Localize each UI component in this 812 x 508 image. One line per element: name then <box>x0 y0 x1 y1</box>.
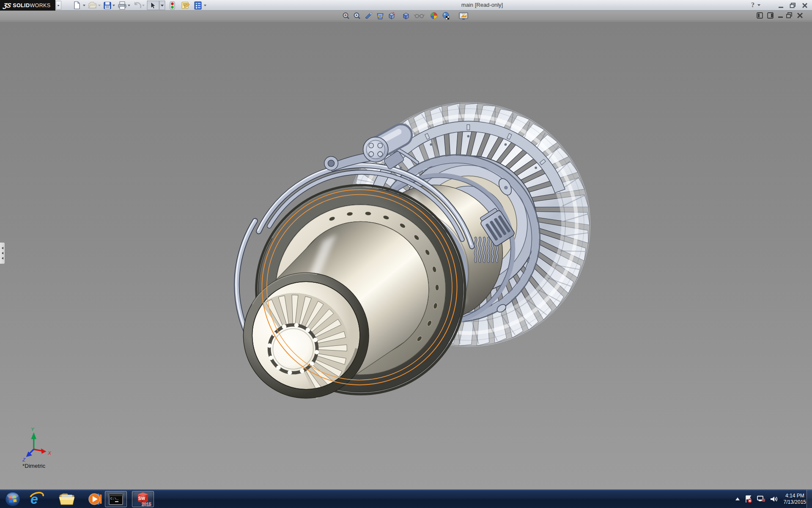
save-dropdown-icon[interactable] <box>112 5 115 6</box>
desktop: ƷS SOLIDWORKS ▸ <box>0 0 812 508</box>
view-orientation-button[interactable] <box>377 14 383 19</box>
collapse-arrow-icon <box>2 252 3 254</box>
windows-taskbar: e C:\_ <box>0 489 812 508</box>
zoom-to-fit-button[interactable] <box>343 13 349 19</box>
panel-right-toggle-button[interactable] <box>768 13 773 18</box>
minimize-button[interactable] <box>776 2 787 9</box>
apply-scene-button[interactable] <box>443 12 449 19</box>
new-document-button[interactable] <box>74 2 80 9</box>
network-disconnected-icon[interactable] <box>757 495 766 503</box>
headsup-toolbar <box>342 11 473 21</box>
show-hidden-icons-button[interactable] <box>735 497 741 502</box>
solidworks-logo: ƷS SOLIDWORKS <box>0 0 55 11</box>
clock-time: 4:14 PM <box>784 493 806 499</box>
panel-left-toggle-button[interactable] <box>757 13 763 18</box>
title-bar: ƷS SOLIDWORKS ▸ <box>0 0 812 11</box>
collapsed-panel-tab[interactable] <box>0 242 5 264</box>
solidworks-mark-icon: ƷS <box>3 2 11 9</box>
document-window-bar <box>0 11 812 21</box>
internet-explorer-button[interactable]: e <box>26 491 47 507</box>
view-orientation-label: *Dimetric <box>22 463 46 469</box>
view-cube-button[interactable] <box>403 13 409 19</box>
solidworks-2015-button[interactable]: SW 2015 <box>132 491 154 507</box>
collapse-arrow-icon <box>2 257 3 260</box>
collapse-arrow-icon <box>2 247 3 249</box>
options-checklist-button[interactable] <box>195 2 201 9</box>
help-button[interactable]: ? <box>751 1 754 9</box>
undo-dropdown-icon[interactable] <box>142 5 145 6</box>
taskbar-clock[interactable]: 4:14 PM 7/13/2015 <box>784 493 806 505</box>
file-explorer-button[interactable] <box>57 491 77 507</box>
sw-icon-year: 2015 <box>142 502 151 507</box>
options-dropdown-icon[interactable] <box>204 5 206 6</box>
open-dropdown-icon[interactable] <box>98 5 101 6</box>
menu-expand-tab[interactable]: ▸ <box>56 1 61 10</box>
brand-solid: SOLID <box>13 3 30 8</box>
start-button[interactable] <box>3 491 23 507</box>
file-properties-button[interactable] <box>182 2 189 8</box>
triad-z-label: Z <box>22 457 26 462</box>
engine-model: Y X Z *Dimetric <box>0 22 812 489</box>
cmd-icon-text: C:\_ <box>110 497 118 500</box>
view-settings-monitor-button[interactable] <box>459 13 468 19</box>
show-desktop-button[interactable] <box>807 490 812 508</box>
undo-button[interactable] <box>134 2 141 8</box>
command-prompt-button[interactable]: C:\_ <box>105 491 127 507</box>
doc-close-button[interactable] <box>798 13 802 18</box>
zoom-to-area-button[interactable] <box>354 13 360 19</box>
section-view-button[interactable] <box>365 12 372 19</box>
triad-x-label: X <box>47 450 52 456</box>
eyeglasses-icon[interactable] <box>414 14 425 18</box>
display-style-button[interactable] <box>389 12 395 19</box>
restore-button[interactable] <box>787 2 798 9</box>
window-title: main [Read-only] <box>440 2 524 8</box>
new-dropdown-icon[interactable] <box>83 5 85 6</box>
open-button[interactable] <box>89 2 97 8</box>
print-dropdown-icon[interactable] <box>128 5 130 6</box>
help-dropdown-icon[interactable] <box>757 3 761 7</box>
save-button[interactable] <box>104 2 111 9</box>
triad-y-label: Y <box>31 427 35 432</box>
print-button[interactable] <box>118 2 126 9</box>
edit-appearance-button[interactable] <box>431 13 437 19</box>
media-player-button[interactable] <box>85 491 106 507</box>
graphics-viewport[interactable]: Y X Z *Dimetric <box>0 22 812 489</box>
doc-minimize-button[interactable] <box>778 17 783 18</box>
docbar-controls <box>756 11 806 21</box>
main-toolbar <box>71 0 211 10</box>
clock-date: 7/13/2015 <box>784 499 806 505</box>
brand-works: WORKS <box>30 3 50 8</box>
close-button[interactable] <box>799 2 810 9</box>
rebuild-traffic-light-button[interactable] <box>170 2 175 9</box>
action-center-icon[interactable] <box>744 495 753 503</box>
sw-icon-text: SW <box>138 496 145 501</box>
volume-icon[interactable] <box>770 495 778 503</box>
doc-restore-button[interactable] <box>787 13 792 18</box>
